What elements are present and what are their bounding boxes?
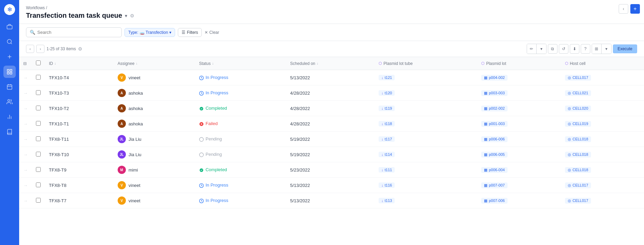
execute-button[interactable]: Execute bbox=[613, 44, 637, 53]
title-dropdown-icon[interactable]: ▾ bbox=[125, 13, 127, 18]
plasmid-tube-tag[interactable]: ↓ t118 bbox=[379, 121, 395, 126]
sidebar-icon-grid[interactable] bbox=[3, 66, 16, 78]
copy-button[interactable]: ⧉ bbox=[548, 44, 557, 54]
assignee-avatar: M bbox=[118, 166, 126, 174]
row-action-cell[interactable]: → bbox=[19, 116, 32, 132]
select-all-checkbox[interactable] bbox=[36, 60, 41, 65]
plasmid-tube-tag[interactable]: ↓ t114 bbox=[379, 152, 395, 157]
collapse-button[interactable]: ‹ bbox=[619, 4, 628, 14]
plasmid-tube-tag[interactable]: ↓ t117 bbox=[379, 136, 395, 142]
edit-button[interactable]: ✏ bbox=[527, 44, 537, 54]
row-host-cell: ◎ CELL019 bbox=[561, 116, 644, 132]
host-cell-tag[interactable]: ◎ CELL018 bbox=[565, 136, 591, 142]
info-button[interactable]: ? bbox=[581, 44, 590, 54]
row-expand-icon[interactable]: → bbox=[23, 75, 28, 80]
sidebar-icon-search[interactable] bbox=[3, 36, 16, 48]
refresh-button[interactable]: ↺ bbox=[559, 44, 568, 54]
row-action-cell[interactable]: → bbox=[19, 147, 32, 162]
sidebar-icon-add[interactable] bbox=[3, 51, 16, 63]
col-host-cell[interactable]: ⬡ Host cell bbox=[561, 57, 644, 70]
plasmid-lot-tag[interactable]: ▦ p006-005 bbox=[481, 152, 508, 158]
col-plasmid-lot-tube[interactable]: ⬡ Plasmid lot tube bbox=[374, 57, 477, 70]
settings-icon[interactable]: ⚙ bbox=[130, 13, 134, 18]
plasmid-tube-tag[interactable]: ↓ t120 bbox=[379, 90, 395, 96]
plasmid-lot-tag[interactable]: ▦ p001-003 bbox=[481, 121, 508, 127]
row-action-cell[interactable]: → bbox=[19, 70, 32, 85]
host-cell-tag[interactable]: ◎ CELL021 bbox=[565, 90, 591, 96]
row-expand-icon[interactable]: → bbox=[23, 167, 28, 173]
row-action-cell[interactable]: → bbox=[19, 132, 32, 147]
host-cell-tag[interactable]: ◎ CELL017 bbox=[565, 75, 591, 81]
row-checkbox[interactable] bbox=[36, 90, 41, 95]
col-scheduled-on[interactable]: Scheduled on ↓ bbox=[286, 57, 374, 70]
plasmid-tube-icon: ↓ bbox=[381, 168, 383, 172]
sidebar-icon-users[interactable] bbox=[3, 96, 16, 108]
type-filter-chip[interactable]: Type: 🧫 Transfection ▾ bbox=[124, 28, 175, 37]
row-checkbox[interactable] bbox=[36, 106, 41, 110]
plasmid-tube-tag[interactable]: ↓ t113 bbox=[379, 198, 395, 203]
plasmid-tube-icon: ↓ bbox=[381, 137, 383, 141]
row-action-cell[interactable]: → bbox=[19, 162, 32, 178]
sidebar-icon-briefcase[interactable] bbox=[3, 21, 16, 33]
row-action-cell[interactable]: → bbox=[19, 85, 32, 101]
add-button[interactable]: + bbox=[630, 4, 640, 14]
host-cell-tag[interactable]: ◎ CELL017 bbox=[565, 198, 591, 204]
row-expand-icon[interactable]: → bbox=[23, 152, 28, 157]
row-checkbox[interactable] bbox=[36, 136, 41, 141]
col-status[interactable]: Status ↓ bbox=[195, 57, 286, 70]
row-expand-icon[interactable]: → bbox=[23, 183, 28, 188]
row-checkbox[interactable] bbox=[36, 152, 41, 156]
view-dropdown-button[interactable]: ▾ bbox=[602, 44, 611, 54]
next-page-button[interactable]: › bbox=[36, 45, 44, 53]
search-box[interactable]: 🔍 bbox=[26, 27, 122, 37]
row-expand-icon[interactable]: → bbox=[23, 106, 28, 111]
row-expand-icon[interactable]: → bbox=[23, 121, 28, 126]
host-cell-tag[interactable]: ◎ CELL018 bbox=[565, 167, 591, 173]
filter-chip-label: Type: 🧫 Transfection bbox=[128, 30, 168, 35]
filters-button[interactable]: ☰ Filters bbox=[178, 28, 202, 37]
row-action-cell[interactable]: → bbox=[19, 178, 32, 193]
host-cell-tag[interactable]: ◎ CELL019 bbox=[565, 121, 591, 127]
row-expand-icon[interactable]: → bbox=[23, 137, 28, 142]
plasmid-tube-tag[interactable]: ↓ t119 bbox=[379, 106, 395, 111]
sidebar-icon-calendar[interactable] bbox=[3, 81, 16, 93]
row-checkbox[interactable] bbox=[36, 75, 41, 80]
edit-dropdown-button[interactable]: ▾ bbox=[537, 44, 546, 54]
plasmid-lot-tag[interactable]: ▦ p007-007 bbox=[481, 182, 508, 188]
search-input[interactable] bbox=[37, 30, 118, 35]
host-cell-tag[interactable]: ◎ CELL017 bbox=[565, 182, 591, 188]
row-action-cell[interactable]: → bbox=[19, 101, 32, 116]
plasmid-lot-tag[interactable]: ▦ p003-003 bbox=[481, 90, 508, 96]
col-plasmid-lot[interactable]: ⬡ Plasmid lot bbox=[477, 57, 561, 70]
row-expand-icon[interactable]: → bbox=[23, 91, 28, 96]
status-icon bbox=[199, 198, 204, 203]
view-button[interactable]: ⊞ bbox=[592, 44, 602, 54]
plasmid-tube-tag[interactable]: ↓ t121 bbox=[379, 75, 395, 80]
row-checkbox[interactable] bbox=[36, 167, 41, 172]
plasmid-lot-tag[interactable]: ▦ p007-006 bbox=[481, 198, 508, 204]
row-status: Failed bbox=[195, 116, 286, 132]
list-settings-icon[interactable]: ⚙ bbox=[78, 46, 82, 52]
bookmark-button[interactable]: ⬇ bbox=[570, 44, 579, 54]
plasmid-lot-tag[interactable]: ▦ p006-006 bbox=[481, 136, 508, 142]
plasmid-tube-tag[interactable]: ↓ t116 bbox=[379, 182, 395, 188]
plasmid-lot-tag[interactable]: ▦ p006-004 bbox=[481, 167, 508, 173]
row-checkbox[interactable] bbox=[36, 121, 41, 126]
clear-button[interactable]: ✕ Clear bbox=[205, 30, 219, 35]
col-assignee[interactable]: Assignee ↓ bbox=[114, 57, 195, 70]
plasmid-lot-tag[interactable]: ▦ p002-002 bbox=[481, 106, 508, 111]
row-action-cell[interactable]: → bbox=[19, 193, 32, 208]
plasmid-lot-tag[interactable]: ▦ p004-002 bbox=[481, 75, 508, 81]
col-assignee-label: Assignee bbox=[118, 61, 134, 66]
row-id: TFX8-T10 bbox=[45, 147, 114, 162]
row-checkbox[interactable] bbox=[36, 198, 41, 203]
prev-page-button[interactable]: ‹ bbox=[26, 45, 34, 53]
host-cell-tag[interactable]: ◎ CELL018 bbox=[565, 152, 591, 158]
row-checkbox[interactable] bbox=[36, 182, 41, 187]
col-id[interactable]: ID ↓ bbox=[45, 57, 114, 70]
plasmid-tube-tag[interactable]: ↓ t111 bbox=[379, 167, 395, 173]
sidebar-icon-chart[interactable] bbox=[3, 111, 16, 123]
row-expand-icon[interactable]: → bbox=[23, 198, 28, 203]
sidebar-icon-book[interactable] bbox=[3, 126, 16, 138]
host-cell-tag[interactable]: ◎ CELL020 bbox=[565, 106, 591, 111]
